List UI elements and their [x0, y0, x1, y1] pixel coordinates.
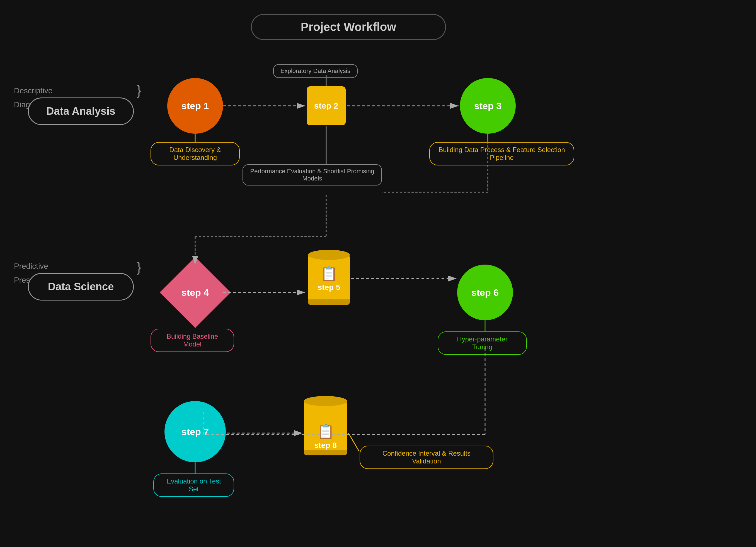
exploratory-label: Exploratory Data Analysis	[273, 64, 358, 78]
performance-eval-label: Performance Evaluation & Shortlist Promi…	[243, 164, 382, 186]
step8-container: 📋 step 8	[304, 401, 351, 459]
step1-label: Data Discovery & Understanding	[151, 142, 240, 166]
title-box: Project Workflow	[251, 14, 446, 40]
step4-container: step 4	[167, 265, 223, 320]
step6-label-box: Hyper-parameter Tuning	[438, 331, 527, 355]
step3-label: Building Data Process & Feature Selectio…	[429, 142, 574, 166]
step6-circle: step 6	[457, 265, 513, 320]
bracket-data-science: }	[137, 259, 141, 275]
data-science-box: Data Science	[28, 273, 134, 300]
descriptive-label: Descriptive	[14, 86, 52, 95]
step1-circle: step 1	[167, 78, 223, 134]
step2-circle: step 2	[307, 86, 346, 125]
step8-body: 📋 step 8	[304, 401, 347, 453]
diagram-container: Project Workflow Descriptive Diagnostic …	[0, 0, 756, 547]
step3-circle: step 3	[460, 78, 516, 134]
predictive-label: Predictive	[14, 262, 48, 271]
bracket-data-analysis: }	[137, 82, 141, 98]
step5-body: 📋 step 5	[308, 255, 350, 302]
step4-label-box: Building Baseline Model	[151, 329, 234, 352]
step5-container: 📋 step 5	[307, 251, 351, 306]
step7-label-box: Evaluation on Test Set	[153, 473, 234, 497]
title-text: Project Workflow	[301, 20, 396, 33]
step7-circle: step 7	[164, 401, 226, 462]
data-analysis-box: Data Analysis	[28, 98, 134, 125]
confidence-interval-label: Confidence Interval & Results Validation	[360, 446, 493, 469]
